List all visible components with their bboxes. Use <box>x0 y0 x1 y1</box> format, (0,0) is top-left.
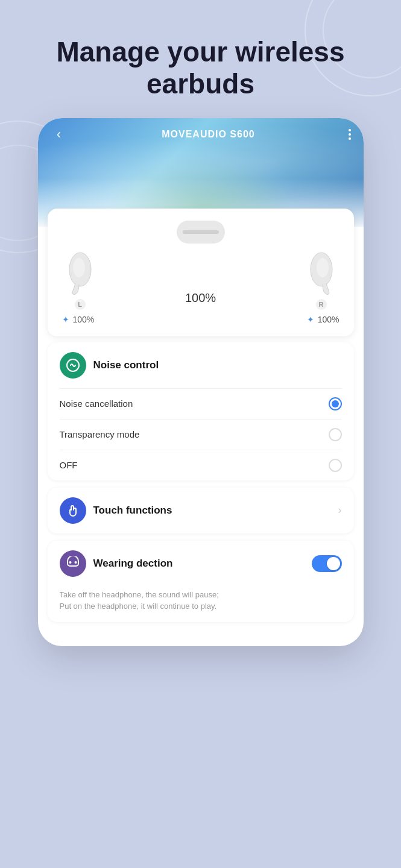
right-battery-value: 100% <box>318 315 339 324</box>
svg-point-6 <box>74 561 77 564</box>
noise-control-icon-bg <box>60 352 86 379</box>
transparency-mode-option[interactable]: Transparency mode <box>48 420 354 450</box>
more-button[interactable] <box>349 129 351 140</box>
battery-row: ✦ 100% ✦ 100% <box>62 315 339 324</box>
earbud-center: 100% <box>98 291 303 310</box>
wearing-detection-header: Wearing dection <box>48 541 354 587</box>
bluetooth-left-icon: ✦ <box>62 315 69 324</box>
right-battery: ✦ 100% <box>307 315 339 324</box>
page-title: Manage your wireless earbuds <box>24 36 377 100</box>
wearing-detection-description: Take off the headphone, the sound will p… <box>60 589 342 612</box>
svg-point-5 <box>69 561 71 564</box>
transparency-mode-label: Transparency mode <box>60 429 140 439</box>
transparency-mode-radio[interactable] <box>329 428 342 441</box>
case-container <box>62 221 339 244</box>
wearing-detection-card: Wearing dection Take off the headphone, … <box>48 541 354 622</box>
nav-title: MOVEAUDIO S600 <box>162 129 254 140</box>
touch-icon-bg <box>60 497 86 524</box>
svg-point-3 <box>317 258 329 277</box>
touch-icon <box>66 503 80 518</box>
earbuds-card: L 100% R ✦ 100% ✦ <box>48 209 354 336</box>
back-button[interactable]: ‹ <box>50 127 68 142</box>
wearing-detection-toggle[interactable] <box>312 555 342 572</box>
center-battery: 100% <box>185 291 216 305</box>
off-radio[interactable] <box>329 459 342 472</box>
noise-cancellation-label: Noise cancellation <box>60 398 133 409</box>
wearing-icon <box>66 556 80 571</box>
wearing-detection-content: Take off the headphone, the sound will p… <box>48 589 354 622</box>
left-earbud: L <box>62 248 98 310</box>
cards-area: Noise control Noise cancellation Transpa… <box>38 342 364 634</box>
page-title-area: Manage your wireless earbuds <box>0 0 401 118</box>
touch-functions-header[interactable]: Touch functions › <box>48 488 354 533</box>
left-earbud-label: L <box>75 299 86 310</box>
right-earbud-icon <box>303 248 339 297</box>
off-label: OFF <box>60 460 78 470</box>
wearing-icon-bg <box>60 550 86 577</box>
right-earbud-label: R <box>316 299 327 310</box>
touch-functions-title: Touch functions <box>93 505 172 517</box>
case-icon <box>177 221 225 244</box>
touch-functions-card[interactable]: Touch functions › <box>48 488 354 533</box>
noise-control-header: Noise control <box>48 342 354 388</box>
earbuds-row: L 100% R <box>62 248 339 310</box>
left-battery-value: 100% <box>73 315 95 324</box>
wear-left: Wearing dection <box>60 550 173 577</box>
svg-point-1 <box>73 258 85 277</box>
noise-control-title: Noise control <box>93 359 159 371</box>
left-battery: ✦ 100% <box>62 315 95 324</box>
phone-mockup: ‹ MOVEAUDIO S600 L 1 <box>38 118 364 646</box>
right-earbud: R <box>303 248 339 310</box>
left-earbud-icon <box>62 248 98 297</box>
bluetooth-right-icon: ✦ <box>307 315 314 324</box>
nav-bar: ‹ MOVEAUDIO S600 <box>38 118 364 151</box>
noise-control-card: Noise control Noise cancellation Transpa… <box>48 342 354 480</box>
touch-functions-arrow: › <box>338 504 342 517</box>
noise-control-icon <box>66 358 80 373</box>
off-option[interactable]: OFF <box>48 450 354 480</box>
noise-cancellation-radio[interactable] <box>329 397 342 410</box>
wearing-detection-title: Wearing dection <box>93 558 173 570</box>
noise-cancellation-option[interactable]: Noise cancellation <box>48 389 354 419</box>
